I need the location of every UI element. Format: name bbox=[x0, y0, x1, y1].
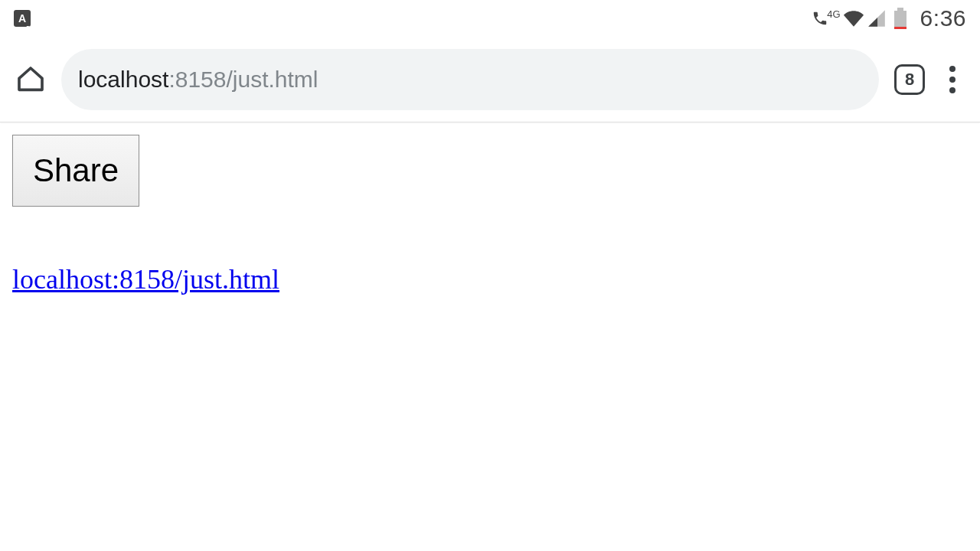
tab-count: 8 bbox=[905, 70, 914, 90]
menu-dot-icon bbox=[949, 87, 956, 93]
android-status-bar: A 4G 6:36 bbox=[0, 0, 980, 37]
keyboard-indicator-label: A bbox=[18, 12, 26, 24]
keyboard-indicator-icon: A bbox=[14, 10, 31, 27]
status-right: 4G 6:36 bbox=[812, 5, 966, 31]
page-link[interactable]: localhost:8158/just.html bbox=[12, 263, 279, 295]
home-button[interactable] bbox=[15, 64, 46, 95]
share-button[interactable]: Share bbox=[12, 135, 139, 207]
url-path: :8158/just.html bbox=[168, 67, 318, 93]
page-content: Share localhost:8158/just.html bbox=[0, 122, 980, 308]
url-host: localhost bbox=[78, 67, 168, 93]
cell-signal-icon bbox=[867, 8, 887, 28]
browser-toolbar: localhost:8158/just.html 8 bbox=[0, 37, 980, 122]
menu-dot-icon bbox=[949, 66, 956, 72]
network-label: 4G bbox=[827, 8, 840, 20]
wifi-icon bbox=[844, 8, 864, 28]
phone-4g-icon: 4G bbox=[812, 10, 840, 27]
menu-dot-icon bbox=[949, 77, 956, 83]
tabs-button[interactable]: 8 bbox=[894, 64, 925, 95]
battery-icon bbox=[894, 8, 906, 29]
address-bar[interactable]: localhost:8158/just.html bbox=[61, 49, 879, 110]
status-clock: 6:36 bbox=[920, 5, 966, 31]
overflow-menu-button[interactable] bbox=[940, 63, 965, 96]
status-left: A bbox=[14, 10, 31, 27]
